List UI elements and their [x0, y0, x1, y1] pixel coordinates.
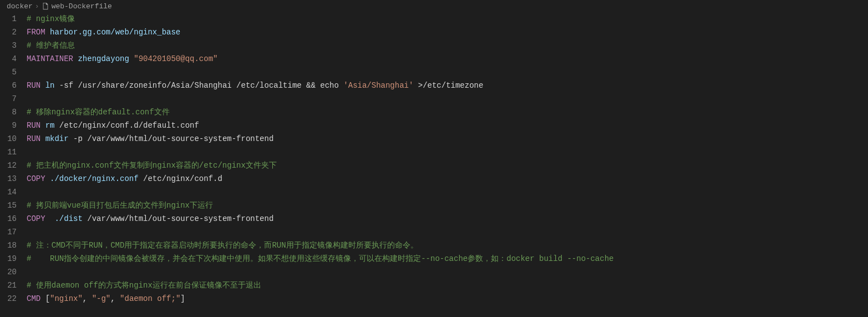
- code-line[interactable]: # 维护者信息: [27, 39, 868, 52]
- code-line[interactable]: # 把主机的nginx.conf文件复制到nginx容器的/etc/nginx文…: [27, 159, 868, 172]
- breadcrumb-file[interactable]: web-Dockerfile: [52, 2, 112, 11]
- token-ident: ln: [45, 81, 55, 90]
- token-keyword: MAINTAINER: [27, 54, 73, 63]
- line-number: 10: [0, 132, 17, 145]
- vertical-scrollbar[interactable]: [860, 12, 868, 317]
- token-comment: # 维护者信息: [27, 41, 75, 50]
- line-number: 7: [0, 92, 17, 105]
- token-plain: [40, 294, 45, 303]
- code-line[interactable]: [27, 185, 868, 199]
- line-number: 19: [0, 252, 17, 265]
- token-punc: ]: [180, 294, 185, 303]
- code-line[interactable]: COPY ./docker/nginx.conf /etc/nginx/conf…: [27, 172, 868, 185]
- token-keyword: COPY: [27, 214, 45, 223]
- token-string: "daemon off;": [120, 294, 180, 303]
- line-number: 16: [0, 212, 17, 225]
- line-number: 12: [0, 159, 17, 172]
- line-number: 14: [0, 185, 17, 199]
- code-line[interactable]: [27, 92, 868, 105]
- chevron-right-icon: ›: [35, 2, 39, 11]
- line-number: 9: [0, 119, 17, 132]
- code-line[interactable]: [27, 265, 868, 279]
- token-plain: -sf /usr/share/zoneinfo/Asia/Shanghai /e…: [54, 81, 343, 90]
- code-line[interactable]: COPY ./dist /var/www/html/out-source-sys…: [27, 212, 868, 225]
- token-punc: [: [45, 294, 50, 303]
- token-comment: # nginx镜像: [27, 14, 75, 23]
- line-number: 6: [0, 79, 17, 92]
- code-line[interactable]: [27, 225, 868, 239]
- code-line[interactable]: CMD ["nginx", "-g", "daemon off;"]: [27, 292, 868, 305]
- breadcrumb[interactable]: docker › web-Dockerfile: [0, 0, 868, 12]
- code-line[interactable]: # 注：CMD不同于RUN，CMD用于指定在容器启动时所要执行的命令，而RUN用…: [27, 239, 868, 252]
- token-plain: [45, 174, 50, 183]
- token-comment: # 注：CMD不同于RUN，CMD用于指定在容器启动时所要执行的命令，而RUN用…: [27, 241, 418, 250]
- token-ident: ./docker/nginx.conf: [50, 174, 139, 183]
- line-number: 13: [0, 172, 17, 185]
- token-plain: [40, 121, 45, 130]
- line-number: 2: [0, 26, 17, 39]
- token-plain: ,: [83, 294, 92, 303]
- token-ident: rm: [45, 121, 55, 130]
- line-number: 5: [0, 66, 17, 79]
- token-keyword: CMD: [27, 294, 40, 303]
- line-number: 15: [0, 199, 17, 212]
- file-icon: [42, 2, 49, 10]
- line-number: 22: [0, 292, 17, 305]
- line-number-gutter: 12345678910111213141516171819202122: [0, 12, 27, 317]
- token-plain: [45, 28, 50, 37]
- code-line[interactable]: RUN ln -sf /usr/share/zoneinfo/Asia/Shan…: [27, 79, 868, 92]
- code-line[interactable]: # 使用daemon off的方式将nginx运行在前台保证镜像不至于退出: [27, 279, 868, 292]
- token-comment: # 把主机的nginx.conf文件复制到nginx容器的/etc/nginx文…: [27, 161, 277, 170]
- code-area[interactable]: # nginx镜像FROM harbor.gg.com/web/nginx_ba…: [27, 12, 868, 317]
- token-comment: # RUN指令创建的中间镜像会被缓存，并会在下次构建中使用。如果不想使用这些缓存…: [27, 254, 613, 263]
- token-string: "-g": [92, 294, 111, 303]
- code-line[interactable]: # RUN指令创建的中间镜像会被缓存，并会在下次构建中使用。如果不想使用这些缓存…: [27, 252, 868, 265]
- line-number: 17: [0, 225, 17, 239]
- token-string: "904201050@qq.com": [134, 54, 217, 63]
- line-number: 11: [0, 145, 17, 159]
- code-line[interactable]: # nginx镜像: [27, 12, 868, 26]
- line-number: 8: [0, 105, 17, 119]
- token-ident: ./dist: [54, 214, 82, 223]
- token-plain: /etc/nginx/conf.d: [139, 174, 222, 183]
- token-plain: -p /var/www/html/out-source-system-front…: [69, 134, 274, 143]
- token-plain: ,: [110, 294, 120, 303]
- code-line[interactable]: RUN mkdir -p /var/www/html/out-source-sy…: [27, 132, 868, 145]
- token-comment: # 移除nginx容器的default.conf文件: [27, 108, 170, 117]
- code-line[interactable]: MAINTAINER zhengdayong "904201050@qq.com…: [27, 52, 868, 66]
- token-plain: [40, 134, 45, 143]
- token-comment: # 拷贝前端vue项目打包后生成的文件到nginx下运行: [27, 201, 213, 210]
- token-keyword: RUN: [27, 81, 40, 90]
- token-plain: [129, 54, 134, 63]
- token-keyword: COPY: [27, 174, 45, 183]
- token-keyword: FROM: [27, 28, 45, 37]
- token-plain: /etc/nginx/conf.d/default.conf: [54, 121, 199, 130]
- code-line[interactable]: [27, 145, 868, 159]
- code-editor[interactable]: 12345678910111213141516171819202122 # ng…: [0, 12, 868, 317]
- token-keyword: RUN: [27, 134, 40, 143]
- breadcrumb-folder[interactable]: docker: [7, 2, 33, 11]
- token-string: "nginx": [50, 294, 83, 303]
- code-line[interactable]: # 拷贝前端vue项目打包后生成的文件到nginx下运行: [27, 199, 868, 212]
- code-line[interactable]: RUN rm /etc/nginx/conf.d/default.conf: [27, 119, 868, 132]
- line-number: 21: [0, 279, 17, 292]
- line-number: 18: [0, 239, 17, 252]
- line-number: 4: [0, 52, 17, 66]
- line-number: 1: [0, 12, 17, 26]
- token-plain: [40, 81, 45, 90]
- code-line[interactable]: FROM harbor.gg.com/web/nginx_base: [27, 26, 868, 39]
- token-string: 'Asia/Shanghai': [343, 81, 413, 90]
- token-ident: mkdir: [45, 134, 69, 143]
- token-ident: harbor.gg.com/web/nginx_base: [50, 28, 180, 37]
- token-plain: [45, 214, 55, 223]
- token-plain: >/etc/timezone: [413, 81, 483, 90]
- token-ident: zhengdayong: [78, 54, 129, 63]
- token-keyword: RUN: [27, 121, 40, 130]
- line-number: 3: [0, 39, 17, 52]
- code-line[interactable]: # 移除nginx容器的default.conf文件: [27, 105, 868, 119]
- token-comment: # 使用daemon off的方式将nginx运行在前台保证镜像不至于退出: [27, 281, 261, 290]
- code-line[interactable]: [27, 66, 868, 79]
- line-number: 20: [0, 265, 17, 279]
- token-plain: /var/www/html/out-source-system-frontend: [83, 214, 273, 223]
